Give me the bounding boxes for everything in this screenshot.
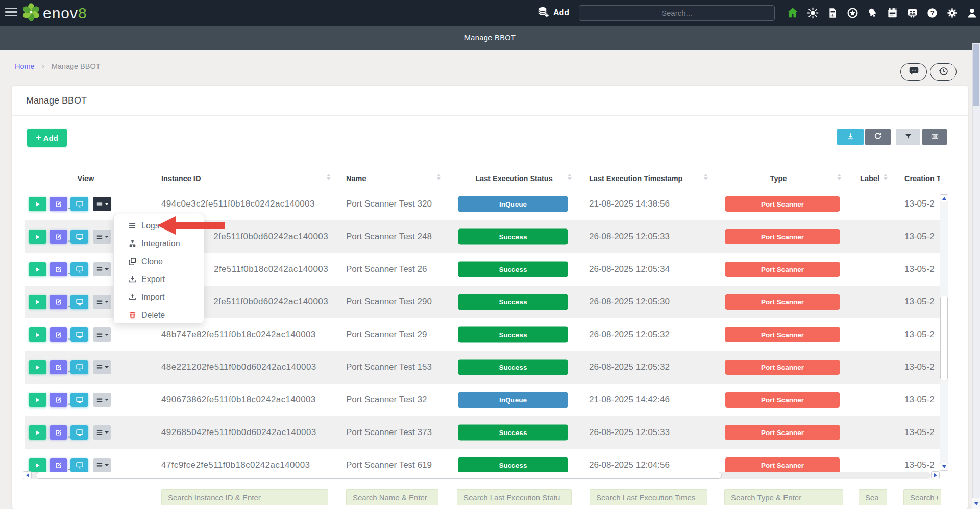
monitor-button[interactable] <box>70 295 88 309</box>
name-cell: Port Scanner Test 619 <box>346 449 432 472</box>
history-button[interactable] <box>930 63 957 81</box>
add-button[interactable]: + Add <box>27 129 67 147</box>
page-scroll-down-button[interactable] <box>972 498 980 509</box>
menu-item-integration[interactable]: Integration <box>114 235 204 252</box>
filter-name[interactable] <box>346 489 438 505</box>
monitor-button[interactable] <box>70 197 88 211</box>
row-menu-button[interactable] <box>93 393 111 407</box>
page-scrollbar-thumb[interactable] <box>973 44 979 106</box>
user-profile-icon[interactable] <box>966 7 978 19</box>
help-icon[interactable]: ? <box>926 7 938 19</box>
row-menu-button[interactable] <box>93 458 111 472</box>
star-icon[interactable] <box>846 7 859 19</box>
edit-button[interactable] <box>50 262 67 276</box>
edit-button[interactable] <box>50 230 67 244</box>
scroll-right-button[interactable] <box>931 471 940 479</box>
report-icon[interactable] <box>826 7 839 19</box>
table-vertical-scrollbar-thumb[interactable] <box>940 295 948 381</box>
monitor-button[interactable] <box>70 327 88 342</box>
brand-logo[interactable]: enov8 <box>20 2 87 25</box>
edit-button[interactable] <box>50 197 67 211</box>
edit-button[interactable] <box>50 327 67 342</box>
row-menu-button[interactable] <box>93 197 111 211</box>
filter-label[interactable] <box>859 489 887 505</box>
sort-arrows-icon[interactable] <box>837 174 841 180</box>
row-menu-button[interactable] <box>93 327 111 342</box>
calendar-icon[interactable] <box>886 7 898 19</box>
download-button[interactable] <box>837 129 864 145</box>
monitor-button[interactable] <box>70 393 88 407</box>
row-menu-button[interactable] <box>93 230 111 244</box>
column-header-last-execution-timestamp[interactable]: Last Execution Timestamp <box>589 171 682 186</box>
edit-button[interactable] <box>50 458 67 472</box>
column-header-name[interactable]: Name <box>346 171 366 186</box>
monitor-button[interactable] <box>70 360 88 374</box>
run-button[interactable] <box>29 360 46 374</box>
run-button[interactable] <box>29 327 46 342</box>
monitor-button[interactable] <box>70 230 88 244</box>
column-header-instance-id[interactable]: Instance ID <box>161 171 201 186</box>
filter-last-execution-status[interactable] <box>457 489 572 505</box>
column-header-type[interactable]: Type <box>727 171 829 186</box>
filter-instance-id[interactable] <box>161 489 328 505</box>
monitor-button[interactable] <box>70 458 88 472</box>
type-badge: Port Scanner <box>725 327 840 342</box>
page-scrollbar-track[interactable] <box>972 43 980 509</box>
comments-button[interactable] <box>900 63 927 81</box>
run-button[interactable] <box>29 262 46 276</box>
row-menu-button[interactable] <box>93 425 111 440</box>
breadcrumb-home-link[interactable]: Home <box>15 62 35 70</box>
run-button[interactable] <box>29 197 46 211</box>
row-menu-button[interactable] <box>93 295 111 309</box>
home-icon[interactable] <box>787 7 799 19</box>
menu-item-import[interactable]: Import <box>114 288 204 306</box>
column-header-last-execution-status[interactable]: Last Execution Status <box>448 171 580 186</box>
sort-arrows-icon[interactable] <box>884 174 888 180</box>
run-button[interactable] <box>29 230 46 244</box>
run-button[interactable] <box>29 458 46 472</box>
row-menu-button[interactable] <box>93 262 111 276</box>
scroll-down-button[interactable] <box>940 463 948 471</box>
horizontal-scrollbar-thumb[interactable] <box>36 472 722 479</box>
bell-icon[interactable] <box>866 7 878 19</box>
scroll-left-button[interactable] <box>23 471 32 479</box>
monitor-button[interactable] <box>70 262 88 276</box>
chevron-down-icon <box>105 203 109 205</box>
add-global-button[interactable]: Add <box>537 0 569 26</box>
edit-button[interactable] <box>50 295 67 309</box>
sort-arrows-icon[interactable] <box>704 174 708 180</box>
filter-last-execution-timestamp[interactable] <box>590 489 707 505</box>
filter-creation[interactable] <box>903 489 941 505</box>
chevron-down-icon <box>105 431 109 434</box>
run-button[interactable] <box>29 425 46 440</box>
sort-arrows-icon[interactable] <box>437 174 441 180</box>
global-search-input[interactable] <box>579 5 775 21</box>
users-icon[interactable] <box>906 7 918 19</box>
sun-icon[interactable] <box>806 7 819 19</box>
edit-button[interactable] <box>50 425 67 440</box>
filter-type[interactable] <box>724 489 843 505</box>
settings-gear-icon[interactable] <box>946 7 958 19</box>
monitor-button[interactable] <box>70 425 88 440</box>
row-menu-button[interactable] <box>93 360 111 374</box>
dot-separator <box>68 338 70 340</box>
run-button[interactable] <box>29 393 46 407</box>
chevron-down-icon <box>105 334 109 336</box>
sort-arrows-icon[interactable] <box>568 174 572 180</box>
menu-item-export[interactable]: Export <box>114 270 204 288</box>
run-button[interactable] <box>29 295 46 309</box>
scroll-up-button[interactable] <box>940 194 948 202</box>
dot-separator <box>68 469 70 470</box>
edit-button[interactable] <box>50 393 67 407</box>
menu-item-label: Import <box>141 293 164 302</box>
refresh-button[interactable] <box>865 129 891 145</box>
edit-button[interactable] <box>50 360 67 374</box>
menu-item-clone[interactable]: Clone <box>114 252 204 270</box>
columns-button[interactable] <box>922 129 947 145</box>
filter-button[interactable] <box>896 129 920 145</box>
timestamp-cell: 26-08-2025 12:05:33 <box>589 416 670 449</box>
menu-item-delete[interactable]: Delete <box>114 306 204 324</box>
hamburger-menu-icon[interactable] <box>5 8 17 18</box>
import-icon <box>128 293 137 302</box>
sort-arrows-icon[interactable] <box>327 174 331 180</box>
